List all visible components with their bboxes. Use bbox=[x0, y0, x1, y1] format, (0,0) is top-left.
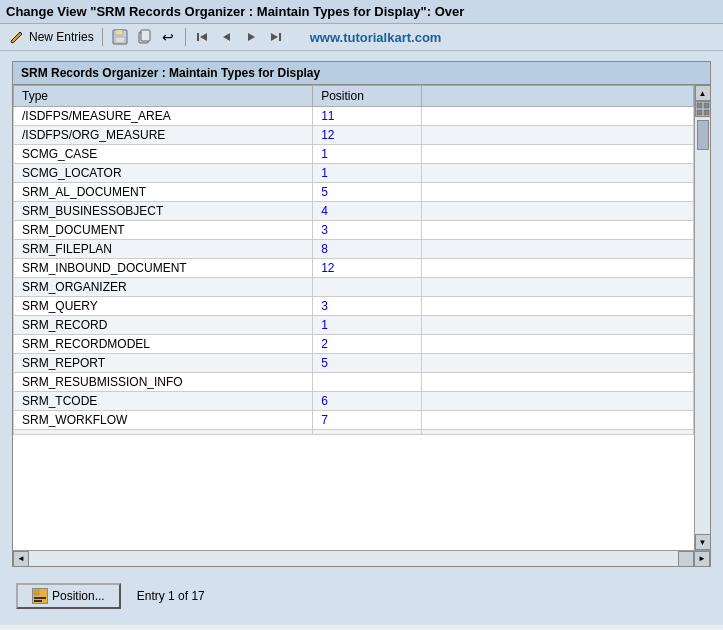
hscroll-right-btn[interactable] bbox=[678, 551, 694, 567]
cell-rest bbox=[421, 259, 693, 278]
table-row[interactable]: SRM_RECORD1 bbox=[14, 316, 694, 335]
cell-rest bbox=[421, 373, 693, 392]
main-area: SRM Records Organizer : Maintain Types f… bbox=[0, 51, 723, 625]
cell-type bbox=[14, 430, 313, 435]
cell-position: 12 bbox=[313, 126, 422, 145]
table-row[interactable]: /ISDFPS/MEASURE_AREA11 bbox=[14, 107, 694, 126]
cell-type: SRM_BUSINESSOBJECT bbox=[14, 202, 313, 221]
cell-rest bbox=[421, 354, 693, 373]
svg-rect-14 bbox=[704, 103, 709, 108]
svg-marker-0 bbox=[11, 32, 22, 43]
data-table: Type Position /ISDFPS/MEASURE_AREA11/ISD… bbox=[13, 85, 694, 435]
table-body: /ISDFPS/MEASURE_AREA11/ISDFPS/ORG_MEASUR… bbox=[14, 107, 694, 435]
svg-rect-3 bbox=[115, 30, 123, 35]
entry-info: Entry 1 of 17 bbox=[137, 589, 205, 603]
svg-rect-17 bbox=[34, 590, 39, 595]
title-bar: Change View "SRM Records Organizer : Mai… bbox=[0, 0, 723, 24]
hscroll-left-btn[interactable]: ◄ bbox=[13, 551, 29, 567]
cell-position: 6 bbox=[313, 392, 422, 411]
cell-rest bbox=[421, 411, 693, 430]
cell-position: 5 bbox=[313, 183, 422, 202]
cell-position: 1 bbox=[313, 164, 422, 183]
icon-btn-nav4[interactable] bbox=[266, 28, 284, 46]
cell-type: SRM_RESUBMISSION_INFO bbox=[14, 373, 313, 392]
table-row[interactable]: SRM_FILEPLAN8 bbox=[14, 240, 694, 259]
svg-rect-15 bbox=[697, 110, 702, 115]
svg-rect-4 bbox=[115, 37, 125, 43]
nav-prev-icon bbox=[218, 28, 236, 46]
cell-position: 11 bbox=[313, 107, 422, 126]
col-icon-btn[interactable] bbox=[695, 101, 711, 117]
svg-rect-19 bbox=[34, 600, 42, 602]
icon-btn-nav1[interactable] bbox=[194, 28, 212, 46]
table-row[interactable]: SRM_RESUBMISSION_INFO bbox=[14, 373, 694, 392]
cell-rest bbox=[421, 316, 693, 335]
table-title: SRM Records Organizer : Maintain Types f… bbox=[13, 62, 710, 85]
hscroll-right2-btn[interactable]: ► bbox=[694, 551, 710, 567]
cell-type: SRM_DOCUMENT bbox=[14, 221, 313, 240]
table-row[interactable]: SRM_AL_DOCUMENT5 bbox=[14, 183, 694, 202]
nav-first-icon bbox=[194, 28, 212, 46]
cell-type: SRM_FILEPLAN bbox=[14, 240, 313, 259]
watermark: www.tutorialkart.com bbox=[310, 30, 442, 45]
table-row[interactable]: SRM_INBOUND_DOCUMENT12 bbox=[14, 259, 694, 278]
table-row[interactable]: SRM_REPORT5 bbox=[14, 354, 694, 373]
table-row[interactable]: SRM_BUSINESSOBJECT4 bbox=[14, 202, 694, 221]
table-row[interactable]: SRM_DOCUMENT3 bbox=[14, 221, 694, 240]
scroll-down-btn[interactable]: ▼ bbox=[695, 534, 711, 550]
cell-position: 1 bbox=[313, 145, 422, 164]
cell-type: SCMG_CASE bbox=[14, 145, 313, 164]
cell-type: SRM_REPORT bbox=[14, 354, 313, 373]
table-row[interactable]: SCMG_LOCATOR1 bbox=[14, 164, 694, 183]
cell-type: SRM_RECORD bbox=[14, 316, 313, 335]
cell-position: 3 bbox=[313, 221, 422, 240]
position-btn-icon bbox=[32, 588, 48, 604]
hscroll-track[interactable] bbox=[29, 551, 678, 566]
nav-next-icon bbox=[242, 28, 260, 46]
col-header-rest bbox=[421, 86, 693, 107]
cell-type: SRM_AL_DOCUMENT bbox=[14, 183, 313, 202]
cell-type: SRM_RECORDMODEL bbox=[14, 335, 313, 354]
icon-btn-nav2[interactable] bbox=[218, 28, 236, 46]
table-row[interactable]: SRM_ORGANIZER bbox=[14, 278, 694, 297]
table-row[interactable]: SRM_QUERY3 bbox=[14, 297, 694, 316]
svg-rect-7 bbox=[197, 33, 199, 41]
cell-position: 5 bbox=[313, 354, 422, 373]
new-entries-label: New Entries bbox=[29, 30, 94, 44]
right-scrollbar[interactable]: ▲ ▼ bbox=[694, 85, 710, 550]
undo-icon: ↩ bbox=[159, 28, 177, 46]
table-row[interactable] bbox=[14, 430, 694, 435]
cell-rest bbox=[421, 297, 693, 316]
pencil-icon bbox=[8, 28, 26, 46]
table-row[interactable]: SCMG_CASE1 bbox=[14, 145, 694, 164]
cell-position bbox=[313, 278, 422, 297]
cell-rest bbox=[421, 240, 693, 259]
scroll-up-btn[interactable]: ▲ bbox=[695, 85, 711, 101]
position-button[interactable]: Position... bbox=[16, 583, 121, 609]
svg-rect-6 bbox=[141, 30, 150, 41]
cell-rest bbox=[421, 107, 693, 126]
scroll-track[interactable] bbox=[695, 118, 710, 534]
table-row[interactable]: SRM_RECORDMODEL2 bbox=[14, 335, 694, 354]
table-row[interactable]: SRM_TCODE6 bbox=[14, 392, 694, 411]
bottom-scrollbar[interactable]: ◄ ► bbox=[13, 550, 710, 566]
icon-btn-copy[interactable] bbox=[135, 28, 153, 46]
svg-rect-16 bbox=[704, 110, 709, 115]
svg-marker-9 bbox=[223, 33, 230, 41]
cell-rest bbox=[421, 335, 693, 354]
svg-rect-18 bbox=[34, 597, 46, 599]
scroll-thumb[interactable] bbox=[697, 120, 709, 150]
cell-rest bbox=[421, 164, 693, 183]
cell-position: 12 bbox=[313, 259, 422, 278]
bottom-row: Position... Entry 1 of 17 bbox=[12, 577, 711, 615]
icon-btn-undo[interactable]: ↩ bbox=[159, 28, 177, 46]
cell-rest bbox=[421, 126, 693, 145]
icon-btn-nav3[interactable] bbox=[242, 28, 260, 46]
table-row[interactable]: SRM_WORKFLOW7 bbox=[14, 411, 694, 430]
new-entries-btn[interactable]: New Entries bbox=[8, 28, 94, 46]
table-row[interactable]: /ISDFPS/ORG_MEASURE12 bbox=[14, 126, 694, 145]
table-scroll-area[interactable]: Type Position /ISDFPS/MEASURE_AREA11/ISD… bbox=[13, 85, 694, 550]
icon-btn-save[interactable] bbox=[111, 28, 129, 46]
cell-position: 2 bbox=[313, 335, 422, 354]
svg-marker-12 bbox=[271, 33, 278, 41]
